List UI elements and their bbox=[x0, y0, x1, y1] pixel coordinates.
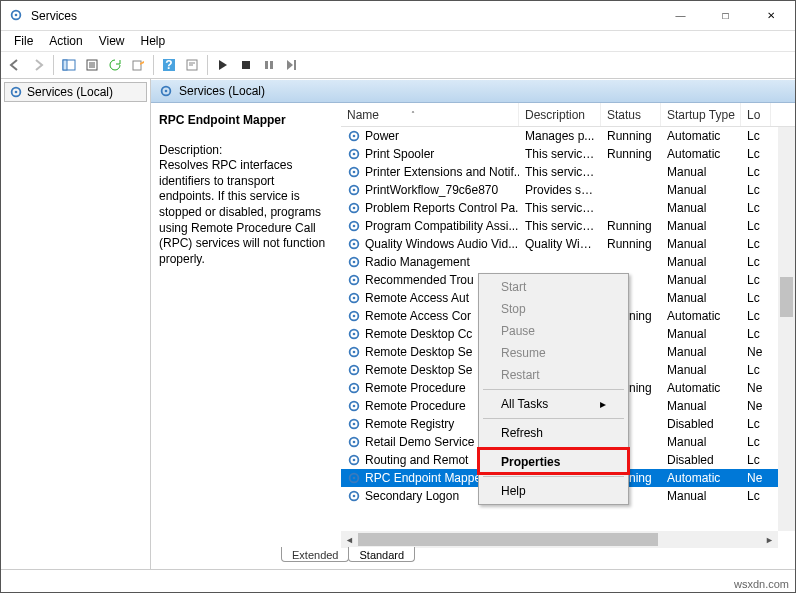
help-button[interactable]: ? bbox=[158, 54, 180, 76]
svg-point-52 bbox=[353, 441, 356, 444]
svg-point-32 bbox=[353, 261, 356, 264]
ctx-pause[interactable]: Pause bbox=[481, 320, 626, 342]
ctx-restart[interactable]: Restart bbox=[481, 364, 626, 386]
svg-point-18 bbox=[353, 135, 356, 138]
ctx-stop[interactable]: Stop bbox=[481, 298, 626, 320]
show-hide-tree-button[interactable] bbox=[58, 54, 80, 76]
cell-description: Quality Win... bbox=[519, 237, 601, 251]
minimize-button[interactable]: — bbox=[658, 1, 703, 30]
col-description[interactable]: Description bbox=[519, 103, 601, 126]
scrollbar-thumb[interactable] bbox=[358, 533, 658, 546]
tree-node-label: Services (Local) bbox=[27, 85, 113, 99]
horizontal-scrollbar[interactable]: ◄ ► bbox=[341, 531, 778, 548]
menu-action[interactable]: Action bbox=[42, 32, 89, 50]
cell-logon: Lc bbox=[741, 453, 771, 467]
service-row[interactable]: Print SpoolerThis service ...RunningAuto… bbox=[341, 145, 795, 163]
menu-view[interactable]: View bbox=[92, 32, 132, 50]
menu-file[interactable]: File bbox=[7, 32, 40, 50]
separator bbox=[483, 389, 624, 390]
service-row[interactable]: Quality Windows Audio Vid...Quality Win.… bbox=[341, 235, 795, 253]
close-button[interactable]: ✕ bbox=[748, 1, 793, 30]
properties-button[interactable] bbox=[181, 54, 203, 76]
cell-description: This service ... bbox=[519, 201, 601, 215]
cell-status: Running bbox=[601, 237, 661, 251]
col-name[interactable]: Name˄ bbox=[341, 103, 519, 126]
cell-logon: Lc bbox=[741, 435, 771, 449]
gear-icon bbox=[347, 399, 361, 413]
cell-startup: Automatic bbox=[661, 471, 741, 485]
stop-service-button[interactable] bbox=[235, 54, 257, 76]
pause-service-button[interactable] bbox=[258, 54, 280, 76]
cell-startup: Manual bbox=[661, 255, 741, 269]
cell-logon: Lc bbox=[741, 255, 771, 269]
svg-point-40 bbox=[353, 333, 356, 336]
content-pane: Services (Local) RPC Endpoint Mapper Des… bbox=[151, 79, 795, 569]
gear-icon bbox=[9, 85, 23, 99]
tab-standard[interactable]: Standard bbox=[348, 547, 415, 562]
cell-logon: Lc bbox=[741, 201, 771, 215]
start-service-button[interactable] bbox=[212, 54, 234, 76]
menu-help[interactable]: Help bbox=[134, 32, 173, 50]
service-row[interactable]: Radio ManagementManualLc bbox=[341, 253, 795, 271]
cell-logon: Lc bbox=[741, 291, 771, 305]
service-row[interactable]: Problem Reports Control Pa...This servic… bbox=[341, 199, 795, 217]
selected-service-name: RPC Endpoint Mapper bbox=[159, 113, 333, 129]
cell-logon: Lc bbox=[741, 489, 771, 503]
cell-startup: Manual bbox=[661, 291, 741, 305]
description-text: Resolves RPC interfaces identifiers to t… bbox=[159, 158, 333, 267]
gear-icon bbox=[347, 309, 361, 323]
export-list-button[interactable] bbox=[127, 54, 149, 76]
cell-logon: Lc bbox=[741, 147, 771, 161]
tree-node-services-local[interactable]: Services (Local) bbox=[4, 82, 147, 102]
gear-icon bbox=[347, 327, 361, 341]
cell-startup: Manual bbox=[661, 273, 741, 287]
cell-startup: Manual bbox=[661, 237, 741, 251]
scrollbar-thumb[interactable] bbox=[780, 277, 793, 317]
scroll-right-icon[interactable]: ► bbox=[761, 531, 778, 548]
refresh-button[interactable] bbox=[104, 54, 126, 76]
svg-point-44 bbox=[353, 369, 356, 372]
cell-name: Print Spooler bbox=[341, 147, 519, 161]
cell-logon: Lc bbox=[741, 165, 771, 179]
export-button[interactable] bbox=[81, 54, 103, 76]
col-status[interactable]: Status bbox=[601, 103, 661, 126]
gear-icon bbox=[347, 471, 361, 485]
cell-description: Manages p... bbox=[519, 129, 601, 143]
restart-service-button[interactable] bbox=[281, 54, 303, 76]
service-row[interactable]: PowerManages p...RunningAutomaticLc bbox=[341, 127, 795, 145]
ctx-properties[interactable]: Properties bbox=[481, 451, 626, 473]
gear-icon bbox=[347, 165, 361, 179]
ctx-help[interactable]: Help bbox=[481, 480, 626, 502]
view-tabs: Extended Standard bbox=[151, 547, 795, 569]
separator bbox=[483, 476, 624, 477]
ctx-resume[interactable]: Resume bbox=[481, 342, 626, 364]
separator bbox=[483, 418, 624, 419]
service-row[interactable]: PrintWorkflow_79c6e870Provides su...Manu… bbox=[341, 181, 795, 199]
list-header: Name˄ Description Status Startup Type Lo bbox=[341, 103, 795, 127]
service-row[interactable]: Program Compatibility Assi...This servic… bbox=[341, 217, 795, 235]
menu-bar: File Action View Help bbox=[1, 31, 795, 51]
toolbar: ? bbox=[1, 51, 795, 79]
vertical-scrollbar[interactable] bbox=[778, 127, 795, 531]
back-button[interactable] bbox=[4, 54, 26, 76]
cell-startup: Automatic bbox=[661, 309, 741, 323]
service-row[interactable]: Printer Extensions and Notif...This serv… bbox=[341, 163, 795, 181]
title-bar: Services — □ ✕ bbox=[1, 1, 795, 31]
cell-description: This service ... bbox=[519, 219, 601, 233]
cell-name: Printer Extensions and Notif... bbox=[341, 165, 519, 179]
ctx-all-tasks[interactable]: All Tasks▸ bbox=[481, 393, 626, 415]
ctx-refresh[interactable]: Refresh bbox=[481, 422, 626, 444]
cell-logon: Lc bbox=[741, 237, 771, 251]
svg-point-28 bbox=[353, 225, 356, 228]
col-log-on-as[interactable]: Lo bbox=[741, 103, 771, 126]
gear-icon bbox=[347, 489, 361, 503]
ctx-start[interactable]: Start bbox=[481, 276, 626, 298]
maximize-button[interactable]: □ bbox=[703, 1, 748, 30]
scroll-left-icon[interactable]: ◄ bbox=[341, 531, 358, 548]
forward-button[interactable] bbox=[27, 54, 49, 76]
col-startup-type[interactable]: Startup Type bbox=[661, 103, 741, 126]
tab-extended[interactable]: Extended bbox=[281, 547, 349, 562]
cell-description: Provides su... bbox=[519, 183, 601, 197]
gear-icon bbox=[347, 183, 361, 197]
gear-icon bbox=[347, 219, 361, 233]
